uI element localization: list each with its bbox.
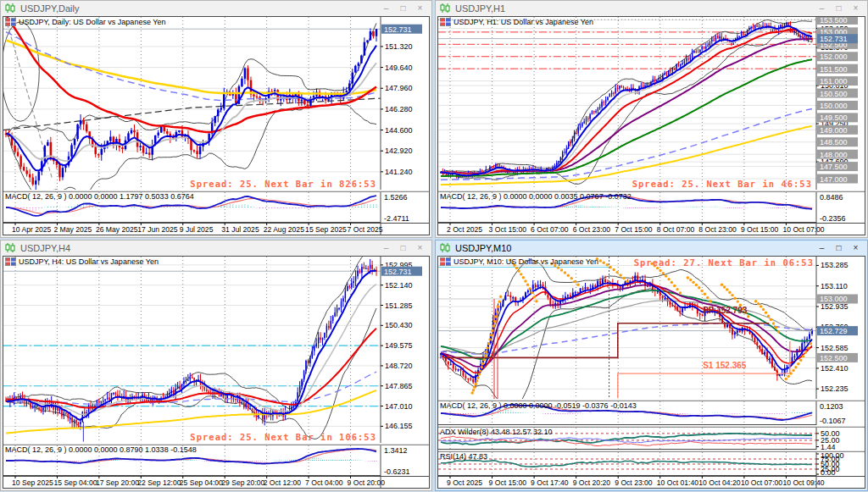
svg-text:147.865: 147.865 bbox=[385, 382, 413, 390]
svg-text:153.000: 153.000 bbox=[820, 295, 848, 303]
price-chart-canvas: 153.150152.370150.810149.250147.690153.5… bbox=[438, 17, 865, 190]
spread-countdown-label: Spread: 25. Next Bar in 106:53 bbox=[190, 432, 376, 442]
rsi-pane[interactable]: 100.0075.0050.0025.000.00RSI(14) 47.83 bbox=[438, 452, 865, 476]
chart-window-h1[interactable]: USDJPY,H1 – □ × 153.150152.370150.810149… bbox=[435, 0, 868, 238]
date-axis-canvas: 2 Oct 20253 Oct 15:006 Oct 07:006 Oct 23… bbox=[438, 223, 865, 235]
svg-text:152.140: 152.140 bbox=[385, 281, 413, 290]
macd-label: MACD( 12, 26, 9 ) 0.0000 0.0000 1.1797 0… bbox=[5, 192, 194, 201]
macd-pane[interactable]: 1.3412-0.6231MACD( 12, 26, 9 ) 0.0000 0.… bbox=[3, 445, 429, 476]
window-titlebar[interactable]: USDJPY,H4 – □ × bbox=[1, 240, 431, 256]
maximize-button[interactable]: □ bbox=[832, 241, 846, 255]
main-chart-pane[interactable]: 153.150152.370150.810149.250147.690153.5… bbox=[438, 17, 865, 190]
main-chart-pane[interactable]: 151.320149.640147.960146.280144.600142.9… bbox=[3, 17, 429, 190]
svg-text:1.5266: 1.5266 bbox=[384, 193, 408, 202]
svg-text:150.000: 150.000 bbox=[820, 102, 848, 110]
main-chart-pane[interactable]: 153.285153.110152.935152.760152.585152.4… bbox=[438, 257, 865, 399]
chart-area[interactable]: 153.285153.110152.935152.760152.585152.4… bbox=[437, 256, 865, 489]
macd-label: MACD( 12, 26, 9 ) 0.0000 0.0000 0.8790 1… bbox=[5, 445, 197, 454]
svg-text:147.500: 147.500 bbox=[820, 163, 848, 171]
svg-text:152.935: 152.935 bbox=[821, 302, 849, 311]
svg-text:149.000: 149.000 bbox=[820, 126, 848, 135]
svg-text:148.500: 148.500 bbox=[820, 138, 848, 146]
minimize-button[interactable]: – bbox=[379, 2, 393, 15]
svg-text:146.155: 146.155 bbox=[385, 422, 413, 430]
maximize-button[interactable]: □ bbox=[396, 2, 410, 15]
window-titlebar[interactable]: USDJPY,M10 – □ × bbox=[436, 240, 867, 256]
svg-text:0.1203: 0.1203 bbox=[820, 402, 843, 411]
svg-text:147.000: 147.000 bbox=[820, 175, 848, 184]
date-axis[interactable]: 2 Oct 20253 Oct 15:006 Oct 07:006 Oct 23… bbox=[438, 223, 865, 235]
svg-text:0.8486: 0.8486 bbox=[820, 193, 843, 202]
window-title: USDJPY,M10 bbox=[455, 243, 511, 253]
svg-text:10 Apr 2025: 10 Apr 2025 bbox=[12, 225, 52, 234]
svg-text:147.010: 147.010 bbox=[385, 402, 413, 411]
chart-label-text: USDJPY, Daily: US Dollar vs Japanese Yen bbox=[19, 18, 165, 26]
svg-text:9 Oct 23:00: 9 Oct 23:00 bbox=[615, 478, 653, 487]
chart-candles-icon bbox=[4, 243, 17, 254]
maximize-button[interactable]: □ bbox=[832, 2, 846, 15]
rsi-canvas: 100.0075.0050.0025.000.00 bbox=[438, 452, 865, 476]
minimize-button[interactable]: – bbox=[815, 2, 829, 15]
svg-text:152.235: 152.235 bbox=[821, 384, 849, 393]
adx-pane[interactable]: 50.0025.001.44ADX Wilder(8) 43.48 12.57 … bbox=[438, 428, 865, 450]
svg-text:2 Oct 2025: 2 Oct 2025 bbox=[447, 225, 482, 234]
minimize-button[interactable]: – bbox=[379, 241, 393, 255]
svg-text:0.00: 0.00 bbox=[821, 468, 836, 476]
window-title: USDJPY,Daily bbox=[20, 3, 80, 14]
macd-pane[interactable]: 0.1203-0.1067MACD( 12, 26, 9 ) 0.0000 0.… bbox=[438, 401, 865, 425]
close-button[interactable]: × bbox=[849, 2, 863, 15]
svg-text:151.000: 151.000 bbox=[820, 77, 848, 86]
minimize-button[interactable]: – bbox=[815, 241, 829, 255]
main-chart-pane[interactable]: 152.995152.140151.285150.430149.575148.7… bbox=[3, 257, 429, 443]
date-axis[interactable]: 10 Sep 202515 Sep 04:0017 Sep 20:0022 Se… bbox=[3, 476, 429, 488]
svg-text:144.600: 144.600 bbox=[385, 126, 413, 135]
macd-pane[interactable]: 1.5266-2.4711MACD( 12, 26, 9 ) 0.0000 0.… bbox=[3, 192, 429, 223]
chart-area[interactable]: 152.995152.140151.285150.430149.575148.7… bbox=[3, 256, 430, 489]
window-titlebar[interactable]: USDJPY,Daily – □ × bbox=[1, 1, 431, 16]
svg-text:10 Sep 2025: 10 Sep 2025 bbox=[12, 478, 53, 487]
chart-window-h4[interactable]: USDJPY,H4 – □ × 152.995152.140151.285150… bbox=[0, 240, 432, 491]
close-button[interactable]: × bbox=[413, 2, 427, 15]
svg-text:152.731: 152.731 bbox=[820, 35, 848, 43]
svg-text:7 Oct 04:00: 7 Oct 04:00 bbox=[305, 478, 343, 487]
svg-text:6 Oct 07:00: 6 Oct 07:00 bbox=[531, 225, 569, 234]
chart-symbol-label: USDJPY, H4: US Dollar vs Japanese Yen bbox=[5, 257, 159, 266]
svg-text:9 Oct 2025: 9 Oct 2025 bbox=[447, 478, 482, 487]
chart-properties-icon bbox=[5, 257, 16, 266]
maximize-button[interactable]: □ bbox=[396, 241, 410, 255]
svg-text:10 Oct 04:20: 10 Oct 04:20 bbox=[698, 478, 740, 487]
macd-label: MACD( 12, 26, 9 ) 0.0000 0.0000 0.0035 0… bbox=[440, 192, 632, 201]
chart-candles-icon bbox=[439, 243, 452, 254]
svg-text:22 Sep 12:00: 22 Sep 12:00 bbox=[137, 478, 181, 487]
svg-text:9 Oct 15:00: 9 Oct 15:00 bbox=[741, 225, 779, 234]
svg-text:3 Oct 15:00: 3 Oct 15:00 bbox=[489, 225, 527, 234]
svg-text:141.240: 141.240 bbox=[385, 168, 413, 176]
price-chart-canvas: 152.995152.140151.285150.430149.575148.7… bbox=[3, 257, 429, 443]
close-button[interactable]: × bbox=[849, 241, 863, 255]
chart-area[interactable]: 153.150152.370150.810149.250147.690153.5… bbox=[437, 16, 865, 235]
chart-properties-icon bbox=[5, 18, 16, 26]
chart-window-daily[interactable]: USDJPY,Daily – □ × 151.320149.640147.960… bbox=[0, 0, 432, 238]
date-axis[interactable]: 10 Apr 20252 May 202526 May 202517 Jun 2… bbox=[3, 223, 429, 235]
chart-window-m10[interactable]: USDJPY,M10 – □ × 153.285153.110152.93515… bbox=[435, 240, 868, 491]
svg-text:26 May 2025: 26 May 2025 bbox=[96, 225, 138, 234]
chart-properties-icon bbox=[440, 18, 451, 26]
window-titlebar[interactable]: USDJPY,H1 – □ × bbox=[436, 1, 867, 16]
svg-text:150.500: 150.500 bbox=[820, 90, 848, 98]
svg-text:151.320: 151.320 bbox=[385, 42, 413, 51]
svg-text:17 Jun 2025: 17 Jun 2025 bbox=[137, 225, 178, 234]
spread-countdown-label: Spread: 25. Next Bar in 46:53 bbox=[632, 179, 812, 189]
svg-text:152.500: 152.500 bbox=[820, 354, 848, 362]
date-axis[interactable]: 9 Oct 20259 Oct 15:009 Oct 17:409 Oct 20… bbox=[438, 476, 865, 488]
macd-pane[interactable]: 0.8486-0.2356MACD( 12, 26, 9 ) 0.0000 0.… bbox=[438, 192, 865, 223]
mdi-workspace: USDJPY,Daily – □ × 151.320149.640147.960… bbox=[0, 0, 868, 492]
svg-text:25 Sep 04:00: 25 Sep 04:00 bbox=[180, 478, 223, 487]
pivot-annotation: PP 152.793 bbox=[703, 306, 747, 315]
svg-text:-0.1067: -0.1067 bbox=[820, 417, 846, 425]
date-axis-canvas: 9 Oct 20259 Oct 15:009 Oct 17:409 Oct 20… bbox=[438, 476, 865, 488]
svg-text:-0.2356: -0.2356 bbox=[820, 214, 846, 223]
svg-text:146.280: 146.280 bbox=[385, 105, 413, 113]
close-button[interactable]: × bbox=[413, 241, 427, 255]
svg-text:152.585: 152.585 bbox=[821, 344, 849, 352]
chart-area[interactable]: 151.320149.640147.960146.280144.600142.9… bbox=[3, 16, 430, 235]
